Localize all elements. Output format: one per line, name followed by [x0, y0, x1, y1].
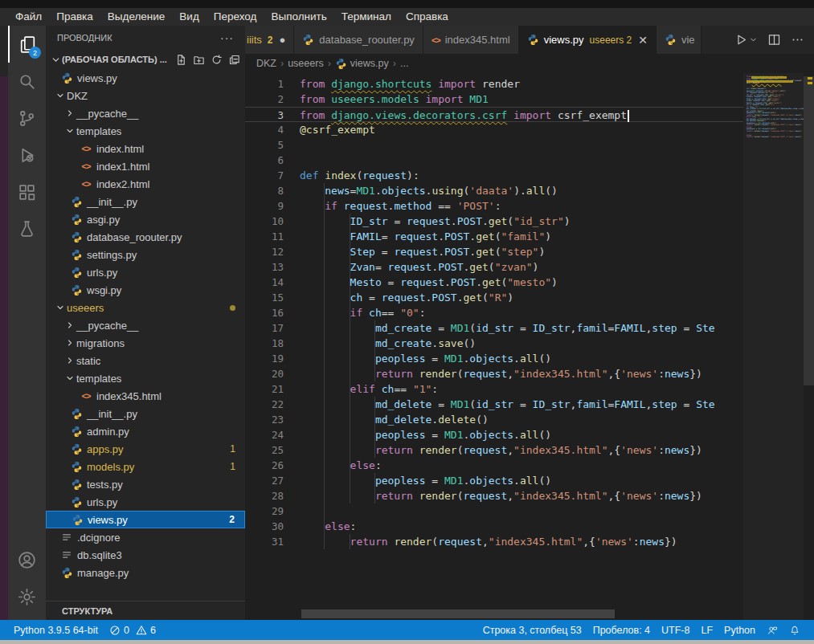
tree-item-index1.html[interactable]: <>index1.html: [46, 157, 245, 175]
more-icon[interactable]: [791, 33, 804, 47]
tree-item-database-roouter.py[interactable]: database_roouter.py: [46, 228, 245, 246]
tree-item-index2.html[interactable]: <>index2.html: [46, 175, 245, 193]
code-line-17[interactable]: 17md_create = MD1(id_str = ID_str,famil=…: [245, 320, 743, 336]
code-line-31[interactable]: 31return render(request,"index345.html",…: [245, 534, 743, 549]
source-control-icon[interactable]: [8, 100, 46, 137]
tree-item-tests.py[interactable]: tests.py: [46, 475, 245, 493]
tree-item-views.py[interactable]: views.py: [46, 69, 245, 87]
feedback-icon[interactable]: [761, 620, 783, 640]
run-debug-icon[interactable]: [8, 137, 46, 173]
code-line-25[interactable]: 25return render(request,"index345.html",…: [245, 442, 743, 458]
tree-item-models.py[interactable]: models.py1: [46, 458, 245, 475]
menu-item-вид[interactable]: Вид: [172, 8, 206, 26]
code-line-10[interactable]: 10ID_str = request.POST.get("id_str"): [245, 214, 743, 229]
code-line-29[interactable]: 29: [245, 503, 743, 519]
code-line-27[interactable]: 27peopless = MD1.objects.all(): [245, 473, 743, 488]
vertical-scrollbar[interactable]: [804, 73, 814, 620]
sidebar-more-icon[interactable]: ···: [220, 31, 234, 44]
run-dropdown-icon[interactable]: [749, 35, 758, 44]
code-line-24[interactable]: 24peopless = MD1.objects.all(): [245, 427, 743, 442]
tree-item--pycache-[interactable]: __pycache__: [46, 316, 245, 334]
tab-iiits[interactable]: iiits2●: [245, 26, 294, 54]
minimap[interactable]: 1from django.shortcuts import render2fro…: [743, 73, 804, 620]
menu-item-правка[interactable]: Правка: [49, 8, 100, 26]
code-line-21[interactable]: 21elif ch== "1":: [245, 381, 743, 397]
extensions-icon[interactable]: [8, 173, 46, 210]
settings-icon[interactable]: [8, 578, 46, 615]
tree-item-dkz[interactable]: DKZ: [46, 87, 245, 104]
code-line-28[interactable]: 28return render(request,"index345.html",…: [245, 488, 743, 503]
code-lines[interactable]: 1from django.shortcuts import render2fro…: [245, 76, 743, 549]
breadcrumb-item-views.py[interactable]: views.py: [335, 58, 389, 70]
code-line-20[interactable]: 20return render(request,"index345.html",…: [245, 366, 743, 381]
code-line-26[interactable]: 26else:: [245, 458, 743, 473]
code-line-18[interactable]: 18md_create.save(): [245, 336, 743, 351]
eol-status[interactable]: LF: [695, 620, 718, 640]
code-line-12[interactable]: 12Step = request.POST.get("step"): [245, 244, 743, 259]
horizontal-scrollbar[interactable]: [301, 609, 615, 618]
code-line-7[interactable]: 7def index(request):: [245, 168, 743, 183]
code-line-6[interactable]: 6: [245, 153, 743, 168]
search-icon[interactable]: [8, 63, 46, 100]
code-line-9[interactable]: 9if request.method == 'POST':: [245, 198, 743, 214]
code-line-2[interactable]: 2from useeers.models import MD1: [245, 92, 743, 107]
split-editor-icon[interactable]: [767, 33, 781, 47]
breadcrumb-item-useeers[interactable]: useeers: [288, 58, 323, 69]
tree-item--init-.py[interactable]: __init__.py: [46, 405, 245, 422]
refresh-icon[interactable]: [211, 54, 223, 66]
menu-item-терминал[interactable]: Терминал: [334, 8, 399, 26]
tree-item-db.sqlite3[interactable]: db.sqlite3: [46, 546, 245, 564]
menu-item-справка[interactable]: Справка: [399, 8, 456, 26]
tree-item-index345.html[interactable]: <>index345.html: [46, 387, 245, 405]
tree-item-urls.py[interactable]: urls.py: [46, 263, 245, 281]
tree-item-wsgi.py[interactable]: wsgi.py: [46, 281, 245, 299]
problems-status[interactable]: 0 6: [104, 620, 162, 640]
tree-item-templates[interactable]: templates: [46, 122, 245, 140]
tree-item-views.py[interactable]: views.py2: [46, 511, 245, 528]
tree-item-static[interactable]: static: [46, 352, 245, 369]
menu-item-переход[interactable]: Переход: [207, 8, 264, 26]
tree-item-migrations[interactable]: migrations: [46, 334, 245, 352]
new-folder-icon[interactable]: [193, 54, 205, 66]
tree-item-useeers[interactable]: useeers: [46, 299, 245, 316]
encoding-status[interactable]: UTF-8: [656, 620, 695, 640]
tab-views.py[interactable]: views.pyuseeers 2✕: [519, 26, 657, 54]
tree-item-index.html[interactable]: <>index.html: [46, 140, 245, 157]
tree-item-apps.py[interactable]: apps.py1: [46, 440, 245, 458]
code-line-19[interactable]: 19peopless = MD1.objects.all(): [245, 351, 743, 366]
tab-vie[interactable]: vie: [657, 26, 702, 54]
tab-index345.html[interactable]: <>index345.html: [423, 26, 519, 54]
tree-item-settings.py[interactable]: settings.py: [46, 246, 245, 263]
code-line-8[interactable]: 8news=MD1.objects.using('daata').all(): [245, 183, 743, 198]
tree-item-templates[interactable]: templates: [46, 369, 245, 387]
tree-item-urls.py[interactable]: urls.py: [46, 493, 245, 511]
tree-item-manage.py[interactable]: manage.py: [46, 564, 245, 581]
python-version-status[interactable]: Python 3.9.5 64-bit: [8, 620, 104, 640]
code-line-3[interactable]: 3from django.views.decorators.csrf impor…: [245, 107, 743, 122]
menu-item-файл[interactable]: Файл: [8, 8, 49, 26]
breadcrumb-item-dkz[interactable]: DKZ: [256, 58, 276, 69]
menu-item-выделение[interactable]: Выделение: [100, 8, 173, 26]
code-line-22[interactable]: 22md_delete = MD1(id_str = ID_str,famil=…: [245, 397, 743, 412]
scrollbar-thumb[interactable]: [804, 76, 814, 385]
testing-icon[interactable]: [8, 210, 46, 247]
outline-section-header[interactable]: СТРУКТУРА: [46, 601, 245, 620]
code-line-15[interactable]: 15ch = request.POST.get("R"): [245, 290, 743, 305]
run-icon[interactable]: [734, 33, 748, 47]
code-line-14[interactable]: 14Mesto = request.POST.get("mesto"): [245, 275, 743, 290]
tree-item--pycache-[interactable]: __pycache__: [46, 104, 245, 122]
tree-item--init-.py[interactable]: __init__.py: [46, 193, 245, 210]
workspace-section-header[interactable]: (РАБОЧАЯ ОБЛАСТЬ) ...: [46, 50, 245, 69]
new-file-icon[interactable]: [175, 54, 187, 66]
code-line-30[interactable]: 30else:: [245, 519, 743, 534]
menu-item-выполнить[interactable]: Выполнить: [264, 8, 333, 26]
cursor-position-status[interactable]: Строка 3, столбец 53: [477, 620, 587, 640]
code-line-23[interactable]: 23md_delete.delete(): [245, 412, 743, 427]
code-line-16[interactable]: 16if ch== "0":: [245, 305, 743, 320]
account-icon[interactable]: [8, 541, 46, 578]
language-mode-status[interactable]: Python: [718, 620, 761, 640]
code-line-4[interactable]: 4@csrf_exempt: [245, 122, 743, 137]
indentation-status[interactable]: Пробелов: 4: [587, 620, 656, 640]
notifications-icon[interactable]: [783, 620, 806, 640]
collapse-all-icon[interactable]: [228, 54, 240, 66]
